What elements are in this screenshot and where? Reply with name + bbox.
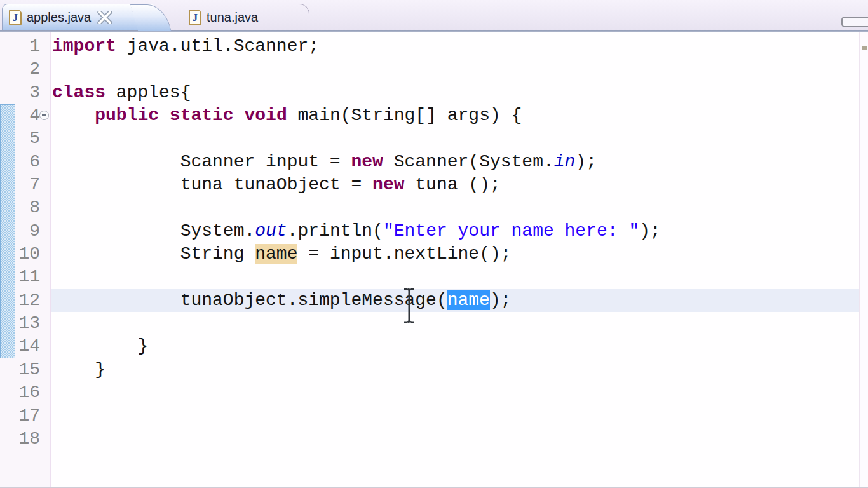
code-line[interactable]: } bbox=[51, 358, 859, 381]
code-area[interactable]: import java.util.Scanner;class apples{ p… bbox=[51, 32, 859, 487]
code-token: ); bbox=[639, 221, 661, 241]
code-line[interactable]: class apples{ bbox=[51, 81, 859, 104]
line-number[interactable]: 11 bbox=[16, 266, 40, 288]
line-number[interactable]: 1 bbox=[16, 35, 40, 58]
code-token: tuna tunaObject = bbox=[52, 175, 372, 194]
code-token: } bbox=[52, 336, 148, 356]
line-number-column: 123456789101112131415161718 bbox=[16, 35, 40, 451]
line-number[interactable]: 8 bbox=[16, 196, 40, 219]
code-token: } bbox=[52, 360, 105, 379]
code-token bbox=[159, 105, 170, 125]
code-token: public bbox=[95, 105, 159, 125]
code-token: String bbox=[52, 244, 255, 264]
code-line[interactable]: import java.util.Scanner; bbox=[51, 35, 859, 58]
code-line[interactable]: tuna tunaObject = new tuna (); bbox=[51, 173, 859, 196]
vertical-ruler-marker-bar[interactable] bbox=[0, 32, 16, 487]
editor-toolbar-button[interactable] bbox=[841, 17, 868, 27]
code-token: = input.nextLine(); bbox=[297, 244, 511, 264]
editor-tab-bar: J apples.java J tuna.java bbox=[0, 0, 868, 30]
code-token: tuna (); bbox=[405, 175, 501, 194]
code-token: void bbox=[245, 105, 287, 125]
code-line[interactable]: System.out.println("Enter your name here… bbox=[51, 220, 859, 243]
tab-apples-java[interactable]: J apples.java bbox=[2, 4, 153, 30]
code-token: ); bbox=[490, 290, 512, 310]
code-token: new bbox=[372, 175, 404, 194]
code-line[interactable] bbox=[51, 428, 859, 451]
code-line[interactable] bbox=[51, 58, 859, 81]
code-line[interactable]: public static void main(String[] args) { bbox=[51, 104, 859, 127]
method-range-indicator bbox=[0, 104, 15, 358]
line-number[interactable]: 4 bbox=[16, 104, 40, 127]
code-token: out bbox=[255, 221, 287, 241]
line-number[interactable]: 2 bbox=[16, 58, 40, 81]
selected-text: name bbox=[447, 290, 490, 310]
code-line[interactable] bbox=[51, 405, 859, 428]
line-number[interactable]: 7 bbox=[16, 173, 40, 196]
code-token: .println( bbox=[287, 221, 383, 241]
java-file-icon: J bbox=[189, 10, 201, 25]
tab-tuna-java[interactable]: J tuna.java bbox=[182, 4, 309, 30]
code-line[interactable]: } bbox=[51, 335, 859, 358]
tab-label: tuna.java bbox=[207, 10, 258, 25]
code-token: tunaObject.simpleMessage( bbox=[52, 290, 447, 310]
line-number[interactable]: 17 bbox=[16, 405, 40, 428]
line-number[interactable]: 3 bbox=[16, 81, 40, 104]
code-token: ); bbox=[575, 152, 597, 172]
java-file-icon: J bbox=[9, 10, 22, 25]
code-token: main(String[] args) { bbox=[287, 105, 522, 125]
code-token: in bbox=[554, 152, 576, 172]
code-token: Scanner(System. bbox=[383, 152, 554, 172]
code-token bbox=[52, 105, 95, 125]
code-token: static bbox=[170, 105, 234, 125]
annotation-marker[interactable] bbox=[862, 46, 867, 50]
line-number[interactable]: 12 bbox=[16, 289, 40, 312]
line-number[interactable]: 5 bbox=[16, 127, 40, 150]
code-line[interactable]: String name = input.nextLine(); bbox=[51, 243, 859, 266]
line-number[interactable]: 15 bbox=[16, 358, 40, 381]
code-token: apples{ bbox=[105, 83, 191, 102]
code-token: java.util.Scanner; bbox=[116, 36, 319, 56]
java-editor: 123456789101112131415161718 import java.… bbox=[0, 32, 868, 487]
line-number[interactable]: 6 bbox=[16, 151, 40, 173]
line-number[interactable]: 10 bbox=[16, 243, 40, 266]
code-line[interactable] bbox=[51, 196, 859, 219]
code-token: import bbox=[52, 36, 116, 56]
occurrence-highlight: name bbox=[255, 244, 297, 264]
close-icon[interactable] bbox=[97, 11, 112, 24]
code-line[interactable] bbox=[51, 381, 859, 404]
line-number[interactable]: 14 bbox=[16, 335, 40, 358]
line-number[interactable]: 13 bbox=[16, 312, 40, 335]
collapse-minus-icon[interactable] bbox=[39, 111, 49, 120]
line-number[interactable]: 18 bbox=[16, 428, 40, 451]
code-line[interactable] bbox=[51, 312, 859, 335]
tab-label: apples.java bbox=[27, 10, 91, 25]
code-token: Scanner input = bbox=[52, 152, 351, 172]
line-number[interactable]: 9 bbox=[16, 220, 40, 243]
overview-ruler[interactable] bbox=[859, 32, 868, 487]
code-token: "Enter your name here: " bbox=[383, 221, 639, 241]
code-line[interactable] bbox=[51, 127, 859, 150]
code-token: class bbox=[52, 83, 105, 102]
code-line[interactable] bbox=[51, 266, 859, 288]
line-number[interactable]: 16 bbox=[16, 381, 40, 404]
code-token: System. bbox=[52, 221, 255, 241]
code-token bbox=[234, 105, 245, 125]
code-line[interactable]: Scanner input = new Scanner(System.in); bbox=[51, 151, 859, 173]
code-token: new bbox=[351, 152, 383, 172]
code-line[interactable]: tunaObject.simpleMessage(name); bbox=[51, 289, 859, 312]
code-lines: import java.util.Scanner;class apples{ p… bbox=[51, 35, 859, 451]
line-number-ruler[interactable]: 123456789101112131415161718 bbox=[16, 32, 51, 487]
